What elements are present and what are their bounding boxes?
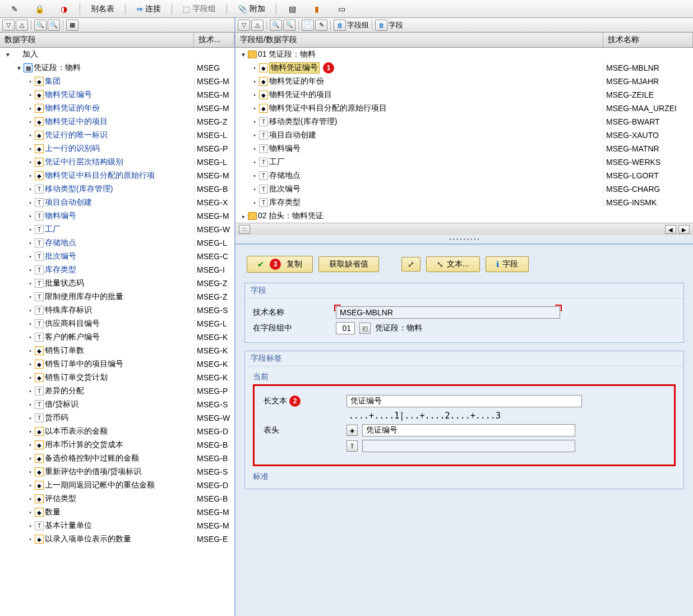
tree-row[interactable]: •T客户的帐户编号MSEG-K: [0, 330, 234, 344]
tree-expander[interactable]: •: [27, 200, 34, 206]
tree-row[interactable]: •◆凭证行的唯一标识MSEG-L: [0, 128, 234, 142]
find-next-icon[interactable]: 🔍: [48, 20, 60, 31]
misc-icon-1[interactable]: ▤: [281, 2, 303, 16]
nav-left-icon[interactable]: ◀: [665, 225, 676, 234]
tree-expander[interactable]: ▸: [240, 213, 247, 219]
tree-expander[interactable]: •: [27, 415, 34, 421]
field-group-button[interactable]: ⬚字段组: [177, 2, 222, 16]
right-tree[interactable]: ▼01 凭证段：物料•◆物料凭证编号1MSEG-MBLNR•◆物料凭证的年份MS…: [235, 48, 693, 223]
tree-row[interactable]: •T批次编号MSEG-CHARG: [235, 182, 693, 196]
tree-expander[interactable]: •: [251, 200, 258, 206]
tree-row[interactable]: •◆备选价格控制中过账的金额MSEG-B: [0, 452, 234, 465]
circle-icon[interactable]: ◑: [53, 2, 75, 16]
attach-button[interactable]: 📎附加: [232, 2, 271, 16]
splitter-grip[interactable]: • • • • • • • • •: [235, 235, 693, 243]
delete-field-icon[interactable]: 🗑: [375, 20, 387, 31]
tree-row[interactable]: •T项目自动创建MSEG-XAUTO: [235, 128, 693, 142]
tree-expander[interactable]: •: [27, 307, 34, 314]
tree-row[interactable]: •◆上一期间返回记帐中的重估金额MSEG-D: [0, 479, 234, 492]
header-icon-1[interactable]: ◈: [346, 425, 358, 436]
tree-expander[interactable]: •: [251, 79, 258, 85]
tree-row[interactable]: •T库存类型MSEG-I: [0, 263, 234, 277]
edit-icon[interactable]: ✎: [315, 20, 327, 31]
tree-row[interactable]: •◆以本币表示的金额MSEG-D: [0, 425, 234, 438]
tree-row[interactable]: •T存储地点MSEG-LGORT: [235, 169, 693, 182]
tree-row[interactable]: •◆物料凭证的年份MSEG-M: [0, 102, 234, 115]
nav-right-icon[interactable]: ▶: [678, 225, 690, 234]
left-tree[interactable]: ▼加入▼▦凭证段：物料MSEG•◆集团MSEG-M•◆物料凭证编号MSEG-M•…: [0, 48, 234, 616]
tree-row[interactable]: •◆以录入项单位表示的数量MSEG-E: [0, 532, 234, 546]
tree-row[interactable]: •T批量状态码MSEG-Z: [0, 277, 234, 290]
tree-row[interactable]: •T库存类型MSEG-INSMK: [235, 196, 693, 209]
tree-expander[interactable]: •: [27, 227, 34, 233]
expand-all-icon[interactable]: ▽: [2, 20, 15, 31]
move-left-icon[interactable]: ⤢: [401, 257, 421, 272]
misc-icon-2[interactable]: ▮: [306, 2, 328, 16]
misc-icon-3[interactable]: ▭: [330, 2, 353, 16]
tree-row[interactable]: •T移动类型(库存管理)MSEG-B: [0, 182, 234, 196]
tree-row[interactable]: •◆物料凭证中科目分配的原始行项MSEG-M: [0, 169, 234, 182]
left-col2-header[interactable]: 技术...: [194, 33, 234, 47]
tree-row[interactable]: •◆物料凭证中的项目MSEG-Z: [0, 115, 234, 128]
tree-expander[interactable]: •: [27, 146, 34, 152]
tree-row[interactable]: ▼01 凭证段：物料: [235, 48, 693, 61]
tree-expander[interactable]: •: [27, 361, 34, 367]
tree-expander[interactable]: •: [27, 186, 34, 192]
tree-expander[interactable]: •: [27, 254, 34, 260]
lock-icon[interactable]: 🔒: [28, 2, 50, 16]
tree-expander[interactable]: •: [27, 442, 34, 448]
tree-expander[interactable]: •: [27, 388, 34, 394]
header-icon-2[interactable]: T: [346, 440, 358, 452]
tree-row[interactable]: •◆物料凭证中科目分配的原始行项目MSEG-MAA_URZEI: [235, 102, 693, 115]
copy-button[interactable]: ✔ 3 复制: [247, 256, 313, 273]
tree-row[interactable]: •T基本计量单位MSEG-M: [0, 519, 234, 532]
tree-row[interactable]: •T移动类型(库存管理)MSEG-BWART: [235, 115, 693, 128]
tree-expander[interactable]: •: [27, 132, 34, 139]
tree-expander[interactable]: •: [251, 159, 258, 166]
tree-row[interactable]: •T存储地点MSEG-L: [0, 236, 234, 250]
tree-expander[interactable]: •: [27, 496, 34, 502]
tree-row[interactable]: ▼▦凭证段：物料MSEG: [0, 61, 234, 75]
tree-row[interactable]: •T限制使用库存中的批量MSEG-Z: [0, 290, 234, 304]
connect-button[interactable]: ⇒连接: [130, 2, 167, 16]
tree-expander[interactable]: •: [27, 213, 34, 219]
center-icon[interactable]: :::: [239, 225, 250, 234]
tree-expander[interactable]: •: [27, 159, 34, 166]
header-field[interactable]: [362, 424, 575, 436]
tree-row[interactable]: •◆评估类型MSEG-B: [0, 492, 234, 505]
collapse-all-icon[interactable]: △: [251, 20, 264, 31]
tree-row[interactable]: •◆销售订单数MSEG-K: [0, 344, 234, 357]
tree-expander[interactable]: •: [251, 186, 258, 192]
text-button[interactable]: ⤡文本...: [426, 256, 480, 272]
in-group-number-field[interactable]: [336, 322, 355, 334]
tree-row[interactable]: •T物料编号MSEG-M: [0, 209, 234, 223]
tree-row[interactable]: •◆物料凭证编号MSEG-M: [0, 88, 234, 102]
expand-all-icon[interactable]: ▽: [238, 20, 250, 31]
tree-row[interactable]: •◆重新评估中的借项/贷项标识MSEG-S: [0, 465, 234, 479]
tree-row[interactable]: •◆物料凭证的年份MSEG-MJAHR: [235, 75, 693, 88]
find-icon[interactable]: 🔍: [270, 20, 282, 31]
tree-expander[interactable]: •: [251, 119, 258, 125]
tree-expander[interactable]: •: [27, 79, 34, 85]
tree-row[interactable]: •T物料编号MSEG-MATNR: [235, 142, 693, 155]
tree-row[interactable]: •◆物料凭证中的项目MSEG-ZEILE: [235, 88, 693, 102]
tree-expander[interactable]: ▼: [240, 52, 247, 58]
tree-row[interactable]: •T工厂MSEG-W: [0, 223, 234, 236]
tree-expander[interactable]: •: [27, 281, 34, 287]
tree-expander[interactable]: •: [27, 105, 34, 112]
new-icon[interactable]: 📄: [302, 20, 314, 31]
tree-expander[interactable]: •: [27, 119, 34, 125]
tree-expander[interactable]: •: [251, 105, 258, 112]
tree-row[interactable]: •◆凭证中行层次结构级别MSEG-L: [0, 155, 234, 169]
tree-expander[interactable]: •: [27, 294, 34, 300]
f4-help-icon[interactable]: ◰: [359, 323, 371, 334]
tree-row[interactable]: •◆集团MSEG-M: [0, 75, 234, 88]
tree-expander[interactable]: •: [27, 482, 34, 489]
toggle-icon[interactable]: ✎: [3, 2, 26, 16]
tree-row[interactable]: •T差异的分配MSEG-P: [0, 384, 234, 398]
tree-expander[interactable]: •: [27, 523, 34, 529]
tree-row[interactable]: •◆上一行的识别码MSEG-P: [0, 142, 234, 155]
tree-row[interactable]: •◆物料凭证编号1MSEG-MBLNR: [235, 61, 693, 75]
tree-row[interactable]: •T借/贷标识MSEG-S: [0, 398, 234, 411]
tree-row[interactable]: •T特殊库存标识MSEG-S: [0, 304, 234, 317]
